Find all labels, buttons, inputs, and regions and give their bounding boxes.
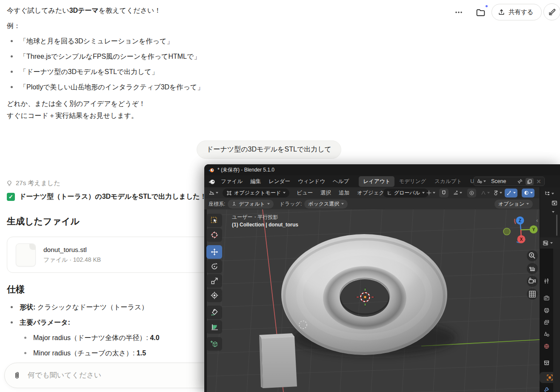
tool-select-box[interactable] bbox=[206, 214, 222, 227]
zoom-button[interactable] bbox=[527, 250, 538, 261]
menu-edit[interactable]: 編集 bbox=[246, 177, 265, 186]
chevron-down-icon bbox=[550, 242, 553, 244]
chevron-down-icon bbox=[483, 180, 486, 182]
tool-transform[interactable] bbox=[206, 289, 222, 302]
right-panel bbox=[540, 187, 560, 392]
tab-tool[interactable] bbox=[540, 275, 553, 286]
proportional-falloff-dropdown[interactable] bbox=[479, 189, 491, 197]
snap-increment-icon bbox=[453, 190, 459, 196]
gizmo-x-label: X bbox=[520, 237, 523, 242]
tool-rotate[interactable] bbox=[206, 260, 222, 273]
intro-bold: 3Dテーマ bbox=[69, 7, 99, 14]
select-menu[interactable]: 選択 bbox=[317, 188, 335, 198]
spec-shape-value: クラシックなドーナツ（トーラス） bbox=[35, 303, 148, 311]
closing-line: すぐにコード＋実行結果をお見せします。 bbox=[7, 111, 138, 121]
menu-help[interactable]: ヘルプ bbox=[329, 177, 353, 186]
proportional-editing-toggle[interactable] bbox=[467, 189, 476, 197]
outliner-filter-button[interactable] bbox=[549, 198, 560, 207]
folder-button[interactable] bbox=[473, 5, 488, 20]
more-options-button[interactable] bbox=[453, 8, 465, 17]
blender-titlebar[interactable]: * (未保存) - Blender 5.1.0 bbox=[204, 164, 560, 175]
orthographic-toggle-button[interactable] bbox=[527, 289, 538, 300]
gizmo-arrow-icon bbox=[506, 190, 512, 196]
camera-view-button[interactable] bbox=[527, 276, 538, 287]
properties-editor-header[interactable] bbox=[540, 237, 560, 249]
falloff-curve-icon bbox=[480, 190, 486, 196]
tool-measure[interactable] bbox=[206, 320, 222, 334]
app-root: 今すぐ試してみたい3Dテーマを教えてください！ 例： 「地球と月を回る3Dシミュ… bbox=[0, 0, 560, 392]
outliner-editor bbox=[540, 187, 560, 237]
file-info: donut_torus.stl ファイル · 102.48 KB bbox=[43, 246, 101, 264]
tab-render[interactable] bbox=[540, 292, 553, 303]
attach-button[interactable] bbox=[11, 370, 23, 381]
menu-window[interactable]: ウィンドウ bbox=[294, 177, 329, 186]
compose-button[interactable] bbox=[543, 3, 560, 20]
tool-add-cube[interactable] bbox=[206, 337, 222, 351]
workspace-tab-sculpting[interactable]: スカルプト bbox=[430, 176, 466, 187]
pan-button[interactable] bbox=[527, 263, 538, 274]
pivot-icon bbox=[426, 190, 432, 196]
notification-dot bbox=[485, 4, 489, 8]
cube-object[interactable] bbox=[259, 333, 297, 388]
gizmos-toggle[interactable] bbox=[505, 189, 517, 197]
spec-minor-value: 1.5 bbox=[137, 349, 146, 357]
tab-view-layer[interactable] bbox=[540, 317, 553, 328]
menu-render[interactable]: レンダー bbox=[265, 177, 294, 186]
chevron-down-icon[interactable] bbox=[552, 211, 554, 213]
workspace-tab-modeling[interactable]: モデリング bbox=[394, 176, 430, 187]
navigation-gizmo[interactable]: Z Y X bbox=[503, 217, 538, 243]
pin-icon[interactable] bbox=[517, 178, 523, 184]
visibility-dropdown[interactable] bbox=[491, 189, 504, 197]
coord-system-dropdown[interactable]: デフォルト bbox=[228, 200, 273, 209]
3d-viewport[interactable]: Z Y X bbox=[207, 209, 540, 392]
tool-cursor[interactable] bbox=[206, 228, 222, 242]
tool-annotate[interactable] bbox=[206, 306, 222, 319]
snap-settings-dropdown[interactable] bbox=[451, 189, 464, 197]
add-menu[interactable]: 追加 bbox=[335, 188, 353, 198]
viewport-canvas[interactable]: Z Y X bbox=[207, 209, 540, 392]
example-item: 「地球と月を回る3Dシミュレーションを作って」 bbox=[20, 36, 173, 46]
sub-bullet-icon bbox=[24, 352, 26, 354]
tab-output[interactable] bbox=[540, 305, 553, 316]
transform-orientation-dropdown[interactable]: グローバル bbox=[383, 189, 429, 197]
axes-icon bbox=[231, 201, 237, 206]
tab-modifiers[interactable] bbox=[540, 384, 553, 392]
thinking-row[interactable]: 27s 考えました bbox=[6, 179, 60, 187]
tool-scale[interactable] bbox=[206, 274, 222, 288]
outliner-editor-dropdown[interactable] bbox=[543, 189, 556, 198]
options-dropdown[interactable]: オプション bbox=[494, 200, 533, 209]
spec-major-label: Major radius（ドーナツ全体の半径）: bbox=[33, 334, 150, 341]
window-title: * (未保存) - Blender 5.1.0 bbox=[217, 166, 274, 174]
pivot-point-dropdown[interactable] bbox=[424, 189, 437, 197]
share-button[interactable]: 共有する bbox=[491, 4, 542, 20]
mode-dropdown[interactable]: オブジェクトモード bbox=[223, 189, 289, 197]
editor-type-dropdown[interactable] bbox=[207, 189, 220, 197]
result-row: ✓ ドーナツ型（トーラス）の3DモデルをSTLで出力しました！ bbox=[7, 192, 207, 201]
new-scene-button[interactable] bbox=[526, 178, 534, 185]
scene-name[interactable]: Scene bbox=[488, 178, 517, 184]
snap-toggle[interactable] bbox=[439, 189, 449, 197]
more-options-icon bbox=[454, 8, 463, 17]
chevron-down-icon bbox=[216, 192, 218, 194]
proportional-icon bbox=[469, 190, 474, 196]
outliner-scrollbar[interactable] bbox=[556, 215, 557, 236]
drag-mode-dropdown[interactable]: ボックス選択 bbox=[304, 200, 348, 209]
view-menu[interactable]: ビュー bbox=[293, 188, 317, 198]
unlink-scene-button[interactable]: ✕ bbox=[534, 178, 543, 185]
workspace-tab-layout[interactable]: レイアウト bbox=[359, 176, 394, 187]
blender-app-icon[interactable] bbox=[208, 178, 215, 185]
document-icon bbox=[16, 243, 36, 266]
spec-heading: 仕様 bbox=[7, 283, 25, 295]
tab-collection[interactable] bbox=[540, 357, 553, 368]
tab-scene[interactable] bbox=[540, 329, 553, 340]
tool-move[interactable] bbox=[206, 245, 222, 259]
chevron-down-icon bbox=[341, 203, 344, 205]
gizmo-axis-neg-y[interactable] bbox=[503, 228, 510, 235]
user-message-text: ドーナツ型の3DモデルをSTLで出力して bbox=[206, 145, 331, 154]
tab-world[interactable] bbox=[540, 340, 553, 352]
overlays-toggle[interactable] bbox=[522, 189, 534, 197]
scene-type-dropdown[interactable] bbox=[475, 177, 488, 186]
menu-file[interactable]: ファイル bbox=[217, 177, 246, 186]
torus-object[interactable] bbox=[281, 234, 447, 355]
collapse-sidebar-arrow[interactable]: ‹ bbox=[536, 217, 538, 223]
